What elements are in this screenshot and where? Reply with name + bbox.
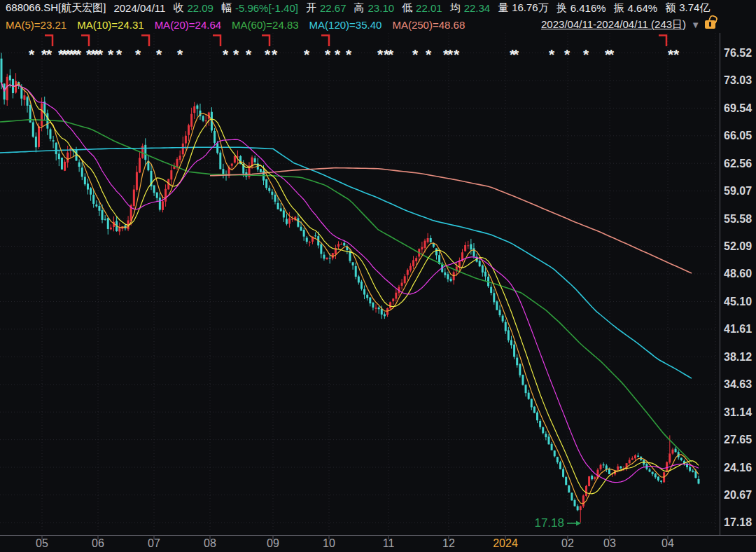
quote-field-turnover: 换6.416% [556,1,606,15]
ma-lines-layer [0,83,699,504]
ma-legend-ma10: MA(10)=24.31 [77,19,144,31]
event-asterisk-icon: * [346,46,352,62]
x-axis-label: 09 [267,537,279,549]
event-asterisk-icon: * [76,46,82,62]
event-asterisk-icon: * [325,46,331,62]
y-axis-label: 27.65 [724,434,752,446]
event-asterisk-icon: * [177,46,183,62]
announcement-flag-icon [45,36,52,47]
event-asterisk-icon: * [426,46,432,62]
y-axis-label: 34.63 [724,378,752,390]
chevron-down-icon[interactable]: ▼ [691,20,700,30]
y-axis-labels: 76.5273.0369.5466.0562.5659.0755.5852.09… [724,47,752,528]
y-axis-label: 20.67 [724,489,752,501]
ma-line-ma5 [1,83,699,504]
event-asterisk-icon: * [29,46,35,62]
event-asterisk-icon: * [246,46,252,62]
announcement-flag-icon [141,36,149,47]
event-asterisk-icon: * [116,46,122,62]
event-asterisk-icon: * [377,46,384,62]
candles-layer [1,53,700,523]
x-axis-label: 08 [204,537,216,549]
y-axis-label: 45.10 [724,296,752,308]
event-asterisk-icon: * [156,46,162,62]
x-axis-label: 06 [92,537,104,549]
svg-text:17.18: 17.18 [534,516,564,530]
x-axis-label: 03 [603,537,616,549]
event-asterisk-icon: * [335,46,341,62]
event-asterisk-icon: * [564,46,570,62]
x-axis-label: 04 [662,537,674,549]
event-asterisk-icon: * [108,46,114,62]
ma-legend-ma20: MA(20)=24.64 [155,19,221,31]
quote-field-close: 收22.09 [173,1,214,15]
ma-legend-ma5: MA(5)=23.21 [6,19,66,31]
candlestick-chart[interactable]: ****************************************… [0,0,756,552]
event-asterisk-icon: * [549,46,555,62]
announcement-flag-icon [81,36,89,47]
event-asterisk-icon: * [233,46,239,62]
x-axis-label: 05 [36,537,48,549]
symbol-name: 688066.SH[航天宏图] [6,1,106,15]
quote-field-amount: 额3.74亿 [665,1,710,15]
stock-chart-app: ****************************************… [0,0,756,552]
x-axis-label: 02 [561,537,574,549]
event-asterisk-icon: * [513,46,519,62]
y-axis-label: 76.52 [724,47,752,59]
event-asterisk-icon: * [447,46,454,62]
event-asterisk-icon: * [304,46,310,62]
ma-legend-ma120: MA(120)=35.40 [309,19,382,31]
y-axis-label: 52.09 [724,240,752,252]
announcement-flag-icon [213,36,220,47]
axis-borders [0,33,756,539]
quote-field-low: 低22.01 [402,1,442,15]
quote-header: 688066.SH[航天宏图] 2024/04/11 收22.09幅-5.96%… [0,0,756,16]
ma-line-ma20 [1,83,699,483]
event-asterisk-icon: * [608,46,615,62]
x-axis-labels: 05060708091011122024020304 [36,537,674,549]
event-asterisk-icon: * [223,46,229,62]
x-axis-label: 2024 [493,537,518,549]
quote-field-change: 幅-5.96%[-1.40] [221,1,298,15]
quote-field-amplitude: 振4.64% [614,1,658,15]
quote-field-high: 高23.10 [354,1,395,15]
event-asterisk-icon: * [97,46,104,62]
announcement-flag-icon [321,36,329,47]
low-annotation: 17.18 [534,516,581,530]
quote-date: 2024/04/11 [113,2,165,14]
y-axis-label: 38.12 [724,351,752,363]
ma-indicator-bar: MA(5)=23.21MA(10)=24.31MA(20)=24.64MA(60… [0,16,756,33]
y-axis-label: 66.05 [724,130,752,142]
event-asterisk-icon: * [272,46,278,62]
ma-line-ma250 [210,168,692,274]
x-axis-label: 07 [148,537,160,549]
quote-field-open: 开22.67 [306,1,346,15]
event-asterisk-icon: * [265,46,271,62]
ma-legend-ma250: MA(250)=48.68 [392,19,465,31]
event-asterisk-icon: * [46,46,52,62]
event-asterisk-icon: * [412,46,419,62]
date-range-label[interactable]: 2023/04/11-2024/04/11 (243日) [541,18,686,32]
quote-field-avg: 均22.34 [450,1,491,15]
y-axis-label: 24.16 [724,462,752,474]
event-asterisk-icon: * [454,46,460,62]
y-axis-label: 41.61 [724,323,752,335]
y-axis-label: 59.07 [724,185,752,197]
event-asterisk-icon: * [135,46,141,62]
unlock-icon[interactable] [705,20,715,29]
x-axis-label: 12 [442,537,455,549]
ma-legend-ma60: MA(60)=24.83 [232,19,298,31]
ma-line-ma60 [0,120,692,462]
announcement-flag-icon [262,36,270,47]
y-axis-label: 31.14 [724,406,752,418]
x-axis-label: 10 [323,537,335,549]
event-asterisk-icon: * [673,46,680,62]
quote-field-volume: 量16.76万 [498,1,549,15]
event-asterisk-icon: * [388,46,394,62]
ma-legend: MA(5)=23.21MA(10)=24.31MA(20)=24.64MA(60… [0,19,465,31]
event-asterisk-icon: * [583,46,589,62]
ma-line-ma120 [0,147,692,378]
x-axis-label: 11 [383,537,395,549]
y-axis-label: 48.60 [724,268,752,280]
date-range-selector[interactable]: 2023/04/11-2024/04/11 (243日) ▼ [541,16,715,33]
